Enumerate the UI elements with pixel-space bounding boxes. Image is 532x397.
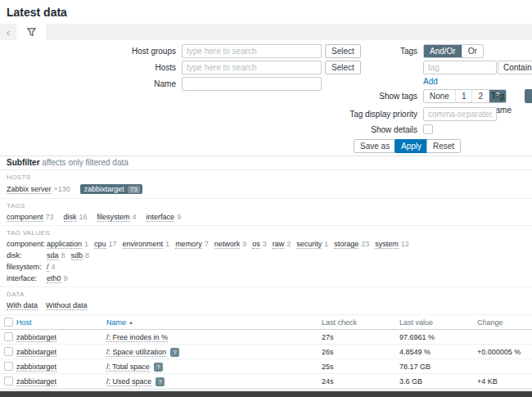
table-row: zabbixtarget/: Used space?24s3.6 GB+4 KB — [0, 374, 532, 389]
subfilter-host-label: zabbixtarget — [84, 185, 124, 193]
tag-value-link: storage — [334, 240, 358, 249]
info-icon[interactable]: ? — [170, 348, 179, 357]
tag-value-item[interactable]: sdb8 — [71, 251, 90, 259]
last-value-cell: 3.6 GB — [399, 374, 422, 389]
last-value-cell: 78.17 GB — [399, 359, 431, 374]
subfilter-host-item[interactable]: Zabbix server+130 — [7, 185, 70, 193]
change-cell: +0.000005 % — [477, 345, 521, 359]
subfilter-section: Subfilter affects only filtered data HOS… — [0, 156, 532, 315]
tag-value-item[interactable]: storage23 — [334, 240, 369, 248]
tag-display-priority-label: Tag display priority — [270, 107, 417, 121]
subfilter-tag-item[interactable]: filesystem4 — [97, 213, 137, 221]
tag-display-priority-input[interactable] — [423, 107, 497, 121]
subfilter-tag-count: 4 — [133, 213, 137, 221]
tag-value-item[interactable]: cpu17 — [94, 240, 117, 248]
last-check-cell: 26s — [322, 345, 334, 359]
subfilter-data-item[interactable]: With data — [7, 301, 38, 310]
subfilter-hosts-heading: HOSTS — [7, 174, 525, 181]
host-link[interactable]: zabbixtarget — [16, 363, 56, 372]
host-link[interactable]: zabbixtarget — [16, 377, 56, 386]
row-checkbox[interactable] — [4, 362, 13, 371]
subfilter-tag-link: interface — [147, 213, 175, 222]
collapse-filter-button[interactable]: ‹ — [0, 24, 16, 40]
show-tags-1-button[interactable]: 1 — [456, 90, 473, 102]
tag-value-link: cpu — [94, 240, 106, 249]
save-as-button[interactable]: Save as — [354, 139, 396, 153]
item-name-link[interactable]: /: Space utilization — [106, 348, 166, 357]
tag-value-count: 8 — [85, 251, 89, 259]
hosts-input[interactable] — [182, 61, 322, 74]
tag-name-format-button-cutoff[interactable] — [525, 89, 532, 103]
subfilter-tags-heading: TAGS — [7, 202, 525, 210]
hosts-select-button[interactable]: Select — [325, 61, 361, 74]
tag-value-item[interactable]: memory7 — [175, 240, 209, 248]
subfilter-tag-link: filesystem — [97, 213, 130, 222]
host-groups-label: Host groups — [0, 44, 176, 58]
tag-value-link: sda — [47, 251, 59, 260]
row-checkbox[interactable] — [4, 377, 13, 386]
tag-value-count: 9 — [64, 274, 68, 282]
item-name-link[interactable]: /: Used space — [106, 377, 151, 386]
tag-value-link: raw — [273, 240, 285, 249]
tag-value-link: / — [47, 263, 49, 272]
info-icon[interactable]: ? — [154, 363, 163, 372]
show-tags-none-button[interactable]: None — [424, 90, 456, 102]
tag-value-count: 2 — [286, 240, 291, 248]
hosts-label: Hosts — [0, 61, 176, 74]
subfilter-hosts-items: Zabbix server+130zabbixtarget73 — [7, 184, 525, 194]
tag-value-item[interactable]: raw2 — [273, 240, 291, 248]
tag-value-item[interactable]: security1 — [296, 240, 328, 248]
subfilter-host-count: 73 — [128, 186, 140, 193]
tag-value-item[interactable]: eth09 — [47, 274, 68, 282]
tag-value-item[interactable]: application1 — [47, 240, 88, 248]
apply-button[interactable]: Apply — [394, 139, 428, 153]
select-all-checkbox[interactable] — [4, 318, 13, 327]
bottom-edge-bar — [0, 391, 532, 397]
item-name-link[interactable]: /: Total space — [106, 363, 150, 372]
subfilter-tag-item[interactable]: interface9 — [147, 213, 182, 221]
tag-operator-select[interactable]: Contains — [498, 61, 532, 74]
tag-input[interactable] — [423, 61, 497, 74]
tag-value-count: 1 — [84, 240, 88, 248]
tags-andor-button[interactable]: And/Or — [424, 45, 462, 57]
show-tags-2-button[interactable]: 2 — [472, 90, 489, 102]
table-body: zabbixtarget/: Free inodes in %27s97.696… — [0, 330, 532, 397]
reset-button[interactable]: Reset — [426, 139, 461, 153]
tag-value-item[interactable]: environment1 — [123, 240, 170, 248]
row-checkbox[interactable] — [4, 332, 13, 341]
subfilter-hosts: HOSTS Zabbix server+130zabbixtarget73 — [0, 170, 532, 199]
host-cell: zabbixtarget — [16, 374, 56, 389]
tag-value-group-name: interface: — [7, 274, 47, 282]
add-tag-link[interactable]: Add — [423, 77, 438, 86]
filter-tab-strip: ‹ — [0, 24, 532, 40]
row-checkbox[interactable] — [4, 347, 13, 356]
host-link[interactable]: zabbixtarget — [16, 333, 56, 342]
subfilter-data-item[interactable]: Without data — [46, 301, 88, 310]
column-header-host[interactable]: Host — [16, 315, 32, 330]
subfilter-tag-item[interactable]: disk16 — [64, 213, 88, 221]
subfilter-tag-link: disk — [64, 213, 77, 222]
tag-value-item[interactable]: system12 — [375, 240, 409, 248]
host-link[interactable]: zabbixtarget — [16, 348, 56, 357]
subfilter-tag-item[interactable]: component73 — [7, 213, 54, 221]
tag-value-item[interactable]: /4 — [47, 263, 56, 271]
subfilter-tags: TAGS component73disk16filesystem4interfa… — [0, 199, 532, 226]
tag-value-item[interactable]: os3 — [252, 240, 267, 248]
tag-value-group: interface:eth09 — [7, 274, 525, 282]
tag-value-item[interactable]: sda8 — [47, 251, 65, 259]
tags-or-button[interactable]: Or — [462, 45, 483, 57]
info-icon[interactable]: ? — [156, 377, 165, 386]
column-header-name[interactable]: Name▲ — [106, 315, 133, 330]
tag-value-link: security — [296, 240, 322, 249]
subfilter-host-chip-selected[interactable]: zabbixtarget73 — [80, 184, 142, 194]
tag-value-group: component:application1cpu17environment1m… — [7, 240, 525, 248]
filter-tab[interactable] — [16, 24, 46, 40]
column-header-last-value: Last value — [399, 315, 433, 330]
show-details-checkbox[interactable] — [423, 124, 433, 134]
name-cell: /: Used space? — [106, 374, 165, 389]
item-name-link[interactable]: /: Free inodes in % — [106, 333, 168, 342]
tags-label: Tags — [270, 44, 417, 58]
tag-value-group: filesystem:/4 — [7, 263, 525, 271]
tag-value-item[interactable]: network9 — [214, 240, 247, 248]
tag-value-count: 8 — [61, 251, 65, 259]
